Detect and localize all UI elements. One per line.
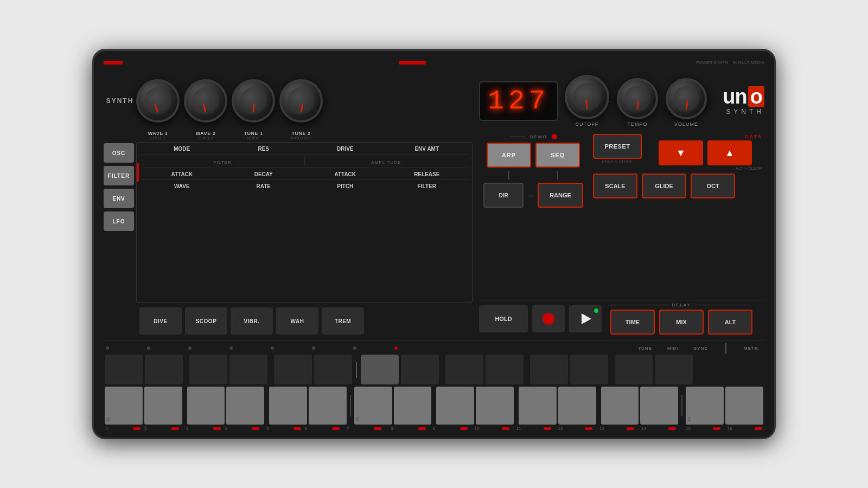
piano-key-10[interactable] — [476, 387, 514, 425]
step-pad-top-2[interactable] — [145, 355, 183, 384]
play-icon — [582, 313, 591, 324]
scoop-button[interactable]: SCOOP — [185, 307, 227, 335]
cutoff-knob[interactable] — [565, 75, 609, 119]
tune1-knob-group — [232, 79, 275, 123]
filter-button[interactable]: FILTER — [104, 166, 134, 185]
oct-button[interactable]: OCT — [691, 174, 735, 198]
lrate-label: RATE — [223, 183, 305, 189]
trem-button[interactable]: TREM — [322, 307, 364, 335]
step-pad-top-11[interactable] — [530, 355, 568, 384]
step-pad-top-5[interactable] — [274, 355, 312, 384]
wave1-knob-group — [136, 79, 180, 123]
range-button[interactable]: RANGE — [538, 183, 583, 208]
fattack-label: ATTACK — [141, 171, 223, 177]
delay-mix-button[interactable]: MIX — [659, 310, 704, 335]
group-divider-2 — [350, 395, 351, 416]
tempo-knob-group: TEMPO — [617, 78, 658, 127]
tune-label: TUNE — [638, 346, 652, 351]
lfo-button[interactable]: LFO — [104, 211, 134, 231]
volume-knob[interactable] — [666, 78, 707, 119]
piano-key-5[interactable] — [269, 387, 307, 425]
step-pad-top-14[interactable] — [655, 355, 693, 384]
delay-time-button[interactable]: TIME — [610, 310, 655, 335]
step-active-2 — [171, 427, 179, 430]
key-1-note: C — [106, 416, 110, 422]
step-pad-top-13[interactable] — [615, 355, 653, 384]
vibr-button[interactable]: VIBR. — [231, 307, 273, 335]
env-button[interactable]: ENV — [104, 189, 134, 208]
step-pad-top-10[interactable] — [486, 355, 524, 384]
wave1-knob[interactable] — [136, 79, 180, 123]
key-15-note: C — [687, 416, 691, 422]
step-active-10 — [502, 427, 509, 430]
step-pad-top-1[interactable] — [105, 355, 143, 384]
cutoff-label: CUTOFF — [576, 121, 598, 127]
piano-key-12[interactable] — [558, 387, 596, 425]
step-num-13: 13 — [599, 426, 604, 431]
tempo-knob[interactable] — [617, 78, 658, 119]
glide-button[interactable]: GLIDE — [642, 174, 686, 198]
step-pad-top-8[interactable] — [401, 355, 439, 384]
envamt-label: ENV AMT — [386, 146, 468, 152]
top-label-right: POWER SYNTH — [696, 60, 729, 65]
seq-button[interactable]: SEQ — [535, 143, 580, 168]
hold-button[interactable]: HOLD — [479, 305, 528, 332]
wave1-sublabel: LEVEL 1 — [150, 136, 165, 140]
tune1-knob[interactable] — [232, 79, 275, 123]
center-indicator — [399, 61, 426, 65]
tune1-sublabel: NOISE — [247, 136, 259, 140]
step-active-7 — [374, 427, 381, 430]
scale-button[interactable]: SCALE — [593, 174, 637, 198]
piano-key-9[interactable] — [436, 387, 474, 425]
data-up-button[interactable]: ▲ — [707, 140, 752, 165]
osc-button[interactable]: OSC — [104, 143, 134, 163]
dir-button[interactable]: DIR — [483, 183, 524, 208]
piano-key-6[interactable] — [309, 387, 347, 425]
step-pad-top-3[interactable] — [189, 355, 227, 384]
preset-button[interactable]: PRESET — [593, 134, 642, 159]
step-led-7 — [353, 346, 356, 350]
dash-separator: — — [527, 191, 534, 200]
delay-alt-button[interactable]: ALT — [708, 310, 752, 335]
step-led-1 — [106, 346, 109, 350]
res-label: RES — [223, 146, 305, 152]
piano-key-2[interactable] — [144, 387, 182, 425]
step-pad-top-9[interactable] — [445, 355, 483, 384]
data-down-button[interactable]: ▼ — [659, 140, 703, 165]
piano-key-7[interactable]: C — [354, 387, 392, 425]
piano-key-8[interactable] — [394, 387, 432, 425]
piano-key-16[interactable] — [725, 387, 763, 425]
tune2-knob[interactable] — [279, 79, 323, 123]
step-active-8 — [418, 427, 426, 430]
piano-key-1[interactable]: C — [105, 387, 143, 425]
midi-label: MIDI — [667, 346, 679, 351]
piano-key-3[interactable] — [187, 387, 225, 425]
piano-key-15[interactable]: C — [686, 387, 724, 425]
step-active-15 — [713, 427, 720, 430]
piano-key-13[interactable] — [601, 387, 639, 425]
piano-key-14[interactable] — [640, 387, 678, 425]
data-label: DATA — [745, 134, 762, 139]
step-pad-top-6[interactable] — [314, 355, 352, 384]
step-pad-top-7[interactable] — [361, 355, 399, 384]
logo-o: o — [748, 86, 764, 107]
drive-label: DRIVE — [304, 146, 386, 152]
wave2-knob[interactable] — [184, 79, 227, 123]
volume-label: VOLUME — [674, 121, 698, 127]
wah-button[interactable]: WAH — [276, 307, 318, 335]
dive-button[interactable]: DIVE — [139, 307, 182, 335]
wave1-label: WAVE 1 — [148, 131, 168, 136]
step-pad-top-4[interactable] — [229, 355, 267, 384]
record-button[interactable] — [532, 305, 565, 332]
step-num-3: 3 — [186, 426, 188, 431]
fdecay-label: DECAY — [223, 171, 305, 177]
piano-key-4[interactable] — [226, 387, 264, 425]
arp-button[interactable]: ARP — [487, 143, 531, 168]
cutoff-needle — [585, 99, 588, 109]
piano-key-11[interactable] — [519, 387, 557, 425]
step-pad-top-12[interactable] — [570, 355, 608, 384]
delay-label: DELAY — [672, 303, 691, 307]
wave2-label: WAVE 2 — [196, 131, 215, 136]
step-num-1: 1 — [106, 426, 108, 431]
play-button[interactable] — [569, 305, 602, 332]
